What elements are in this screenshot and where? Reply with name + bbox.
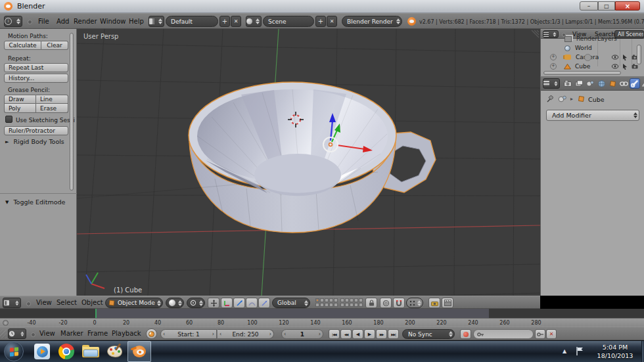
calculate-button[interactable]: Calculate — [4, 41, 41, 50]
tab-object-data[interactable] — [641, 78, 644, 89]
tab-render[interactable] — [563, 78, 573, 89]
selectability-cursor-icon[interactable] — [622, 64, 628, 70]
action-center-flag-icon[interactable] — [576, 346, 584, 356]
keying-set-field[interactable] — [473, 329, 534, 339]
jump-to-start-button[interactable]: |◀◀ — [329, 329, 340, 339]
increment-icon[interactable]: › — [267, 331, 273, 337]
lock-layers-button[interactable] — [365, 298, 377, 308]
increment-icon[interactable]: › — [210, 331, 216, 337]
view3d-menu-object[interactable]: Object — [81, 299, 103, 306]
proportional-edit-button[interactable] — [380, 298, 392, 308]
outliner-v-scrollbar[interactable] — [637, 45, 641, 64]
timeline-menu-marker[interactable]: Marker — [60, 330, 83, 337]
view3d-menu-select[interactable]: Select — [57, 299, 77, 306]
gp-line-button[interactable]: Line — [36, 95, 68, 104]
delete-scene-button[interactable]: ✕ — [327, 16, 337, 27]
visibility-eye-icon[interactable] — [612, 55, 618, 60]
outliner-item-world[interactable]: World — [541, 43, 644, 53]
show-desktop-button[interactable] — [641, 341, 644, 362]
pivot-dropdown[interactable] — [187, 298, 205, 308]
expand-icon[interactable]: + — [550, 54, 557, 60]
timeline-menu-playback[interactable]: Playback — [112, 330, 141, 337]
sync-dropdown[interactable]: No Sync — [402, 329, 455, 339]
render-animation-button[interactable] — [442, 298, 453, 308]
tool-shelf-scrollbar[interactable] — [70, 33, 74, 191]
scale-manipulator-button[interactable] — [246, 298, 258, 308]
previous-keyframe-button[interactable]: ◀◀ — [340, 329, 352, 339]
menu-window[interactable]: Window — [100, 18, 126, 25]
clear-button[interactable]: Clear — [41, 41, 68, 50]
insert-keyframe-button[interactable] — [535, 329, 545, 339]
delete-screen-button[interactable]: ✕ — [231, 16, 241, 27]
tab-render-layers[interactable] — [574, 78, 584, 89]
delete-keyframe-button[interactable]: ✕ — [546, 329, 557, 339]
add-modifier-dropdown[interactable]: Add Modifier — [546, 110, 639, 121]
timeline-playhead[interactable] — [95, 309, 97, 318]
menu-render[interactable]: Render — [74, 18, 97, 25]
viewport-3d[interactable]: User Persp (1) Cube — [77, 29, 540, 296]
add-scene-button[interactable]: + — [315, 16, 326, 27]
decrement-icon[interactable]: ‹ — [161, 331, 167, 337]
screen-layout-name-field[interactable]: Default — [166, 16, 218, 27]
pin-icon[interactable] — [546, 95, 553, 103]
play-reverse-button[interactable]: ◀ — [352, 329, 363, 339]
add-screen-button[interactable]: + — [219, 16, 230, 27]
show-hidden-icons-button[interactable]: ▲ — [563, 348, 566, 354]
tab-modifiers[interactable] — [630, 78, 640, 89]
minimize-button[interactable]: – — [580, 1, 598, 11]
jump-to-end-button[interactable]: ▶▶| — [388, 329, 399, 339]
repeat-last-button[interactable]: Repeat Last — [4, 63, 68, 72]
tab-scene[interactable] — [585, 78, 595, 89]
timeline-canvas[interactable]: -40 -20 0 20 40 60 80 100 120 140 160 18… — [0, 309, 644, 327]
maximize-button[interactable]: □ — [598, 1, 615, 11]
translate-manipulator-button[interactable] — [221, 298, 233, 308]
rotate-manipulator-button[interactable] — [233, 298, 245, 308]
shading-dropdown[interactable] — [166, 298, 184, 308]
scene-icon-button[interactable] — [246, 16, 262, 27]
ruler-protractor-button[interactable]: Ruler/Protractor — [4, 126, 68, 135]
gp-draw-button[interactable]: Draw — [4, 95, 36, 104]
toggle-editmode-panel-header[interactable]: ▼ Toggle Editmode — [5, 198, 65, 206]
editor-type-button[interactable]: i — [4, 16, 22, 27]
mode-dropdown[interactable]: Object Mode — [105, 298, 163, 308]
properties-editor-type-button[interactable] — [543, 78, 560, 89]
orientation-dropdown[interactable]: Global — [272, 298, 310, 308]
taskbar-blender-active[interactable] — [127, 341, 151, 362]
end-frame-field[interactable]: ‹ End: 250 › — [218, 329, 274, 339]
taskbar-clock[interactable]: 5:04 PM 18/10/2013 — [590, 343, 640, 360]
outliner-item-renderlayers[interactable]: RenderLayers — [541, 34, 644, 43]
manipulator-toggle-button[interactable] — [208, 298, 219, 308]
start-button[interactable] — [4, 342, 24, 361]
view3d-collapse-dot[interactable] — [26, 302, 31, 306]
timeline-corner-widget[interactable] — [0, 329, 7, 338]
close-button[interactable]: × — [615, 1, 640, 11]
sketching-session-checkbox[interactable] — [5, 116, 12, 123]
timeline-menu-view[interactable]: View — [39, 330, 55, 337]
use-preview-range-button[interactable] — [146, 328, 157, 339]
render-engine-dropdown[interactable]: Blender Render — [342, 16, 402, 27]
decrement-icon[interactable]: ‹ — [282, 331, 288, 337]
timeline-collapse-dot[interactable] — [31, 332, 35, 337]
auto-keyframe-button[interactable] — [460, 329, 471, 339]
visibility-eye-icon[interactable] — [612, 64, 618, 69]
gp-poly-button[interactable]: Poly — [4, 104, 36, 113]
outliner-item-camera[interactable]: + Camera — [541, 53, 644, 62]
tab-world[interactable] — [596, 78, 607, 89]
rigid-body-tools-panel-header[interactable]: ► Rigid Body Tools — [5, 138, 64, 145]
tab-constraints[interactable] — [618, 78, 629, 89]
history-button[interactable]: History... — [4, 74, 68, 83]
increment-icon[interactable]: › — [317, 331, 323, 337]
decrement-icon[interactable]: ‹ — [218, 331, 223, 337]
timeline-editor-type-button[interactable] — [8, 328, 26, 339]
menu-file[interactable]: File — [38, 18, 49, 25]
menu-add[interactable]: Add — [57, 18, 69, 25]
screen-layout-icon-button[interactable] — [149, 16, 164, 27]
taskbar-explorer[interactable] — [79, 341, 103, 362]
tab-object[interactable] — [607, 78, 618, 89]
scene-breadcrumb-icon[interactable] — [558, 95, 566, 102]
outliner-item-cube[interactable]: + Cube — [541, 62, 644, 71]
current-frame-field[interactable]: ‹ 1 › — [281, 329, 323, 339]
scene-name-field[interactable]: Scene — [263, 16, 314, 27]
layers-grid-right[interactable] — [340, 298, 363, 307]
selectability-cursor-icon[interactable] — [622, 55, 628, 60]
